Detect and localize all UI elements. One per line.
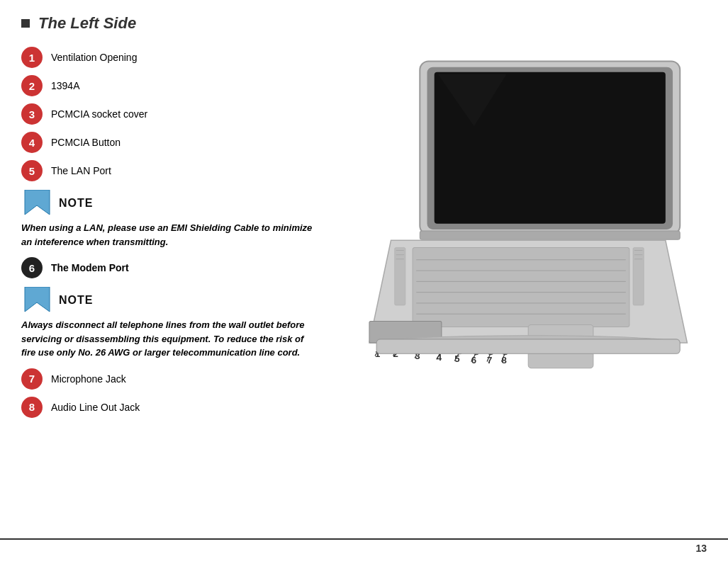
note-body-2: Always disconnect all telephone lines fr… [21,318,319,360]
note-header-1: NOTE [21,190,319,217]
number-badge-8: 8 [21,397,43,418]
page-number: 13 [695,543,707,554]
svg-rect-8 [420,231,680,239]
item-label-3: PCMCIA socket cover [51,108,147,120]
note-body-1: When using a LAN, please use an EMI Shie… [21,221,319,249]
svg-rect-43 [376,339,680,353]
list-item: 7 Microphone Jack [21,368,319,390]
footer-line [0,538,728,540]
number-badge-2: 2 [21,75,43,96]
note-section-2: NOTE Always disconnect all telephone lin… [21,287,319,360]
note-section-1: NOTE When using a LAN, please use an EMI… [21,190,319,249]
svg-marker-0 [25,190,50,215]
page-title: The Left Side [38,14,136,33]
item-label-1: Ventilation Opening [51,52,137,63]
list-item: 5 The LAN Port [21,160,319,181]
item-label-6: The Modem Port [51,262,129,273]
number-badge-1: 1 [21,47,43,68]
page-container: The Left Side 1 Ventilation Opening 2 13… [0,0,728,561]
laptop-image: 1 2 3 4 5 6 [333,54,709,408]
left-column: 1 Ventilation Opening 2 1394A 3 PCMCIA s… [21,47,319,425]
item-label-4: PCMCIA Button [51,137,121,148]
list-item: 8 Audio Line Out Jack [21,397,319,418]
note-icon-2 [21,287,53,314]
item-label-8: Audio Line Out Jack [51,402,140,413]
note-label-2: NOTE [59,294,93,307]
list-item: 1 Ventilation Opening [21,47,319,68]
item-label-7: Microphone Jack [51,373,126,385]
number-badge-6: 6 [21,257,43,278]
number-badge-7: 7 [21,368,43,390]
number-badge-5: 5 [21,160,43,181]
note-icon-1 [21,190,53,217]
number-badge-4: 4 [21,132,43,153]
item-label-2: 1394A [51,80,79,91]
svg-marker-2 [25,287,50,312]
right-column: 1 2 3 4 5 6 [333,47,709,425]
note-label-1: NOTE [59,197,93,210]
svg-rect-9 [413,247,629,327]
list-item: 2 1394A [21,75,319,96]
laptop-diagram: 1 2 3 4 5 6 [333,54,709,408]
item-label-5: The LAN Port [51,165,111,176]
list-item: 6 The Modem Port [21,257,319,278]
content-area: 1 Ventilation Opening 2 1394A 3 PCMCIA s… [21,47,707,425]
bullet-icon [21,19,30,28]
page-header: The Left Side [21,14,707,33]
list-item: 3 PCMCIA socket cover [21,103,319,125]
svg-rect-44 [395,247,405,305]
list-item: 4 PCMCIA Button [21,132,319,153]
number-badge-3: 3 [21,103,43,125]
svg-rect-48 [633,247,644,305]
note-header-2: NOTE [21,287,319,314]
